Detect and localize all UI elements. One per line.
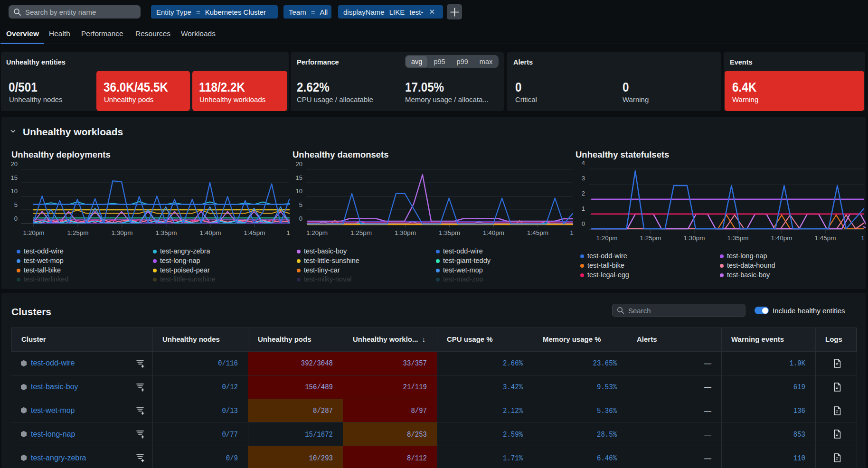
svg-text:5: 5 (14, 201, 18, 208)
svg-text:15: 15 (296, 174, 302, 181)
svg-text:1:25pm: 1:25pm (640, 234, 661, 242)
svg-text:4: 4 (582, 159, 585, 167)
svg-text:1:45pm: 1:45pm (527, 229, 548, 236)
svg-text:10: 10 (296, 187, 302, 195)
svg-text:1:30pm: 1:30pm (395, 229, 416, 236)
svg-text:1:40pm: 1:40pm (199, 229, 221, 236)
svg-text:2: 2 (582, 190, 585, 197)
svg-text:15: 15 (11, 174, 18, 181)
svg-text:0: 0 (582, 220, 585, 227)
svg-text:1:35pm: 1:35pm (155, 229, 177, 236)
svg-text:1:25pm: 1:25pm (67, 229, 88, 236)
svg-text:1:20pm: 1:20pm (596, 234, 617, 242)
svg-text:5: 5 (299, 201, 302, 208)
svg-text:1:20pm: 1:20pm (23, 229, 44, 236)
svg-text:20: 20 (11, 160, 18, 168)
svg-text:1: 1 (286, 229, 290, 236)
svg-text:1:45pm: 1:45pm (244, 229, 265, 236)
svg-text:0: 0 (14, 215, 18, 222)
svg-text:10: 10 (11, 187, 18, 195)
svg-text:1:30pm: 1:30pm (683, 234, 705, 242)
svg-text:1: 1 (582, 205, 585, 212)
svg-text:20: 20 (296, 160, 302, 168)
svg-text:1:35pm: 1:35pm (727, 234, 748, 242)
svg-text:1:35pm: 1:35pm (439, 229, 460, 236)
svg-text:1:25pm: 1:25pm (350, 229, 372, 236)
svg-text:1:40pm: 1:40pm (771, 234, 792, 242)
svg-text:1: 1 (861, 234, 865, 242)
svg-text:1:20pm: 1:20pm (306, 229, 328, 236)
svg-text:1:45pm: 1:45pm (814, 234, 836, 242)
svg-text:1: 1 (570, 229, 574, 236)
svg-text:1:30pm: 1:30pm (111, 229, 132, 236)
svg-text:1:40pm: 1:40pm (483, 229, 504, 236)
svg-text:3: 3 (582, 175, 585, 182)
svg-text:0: 0 (299, 215, 302, 222)
